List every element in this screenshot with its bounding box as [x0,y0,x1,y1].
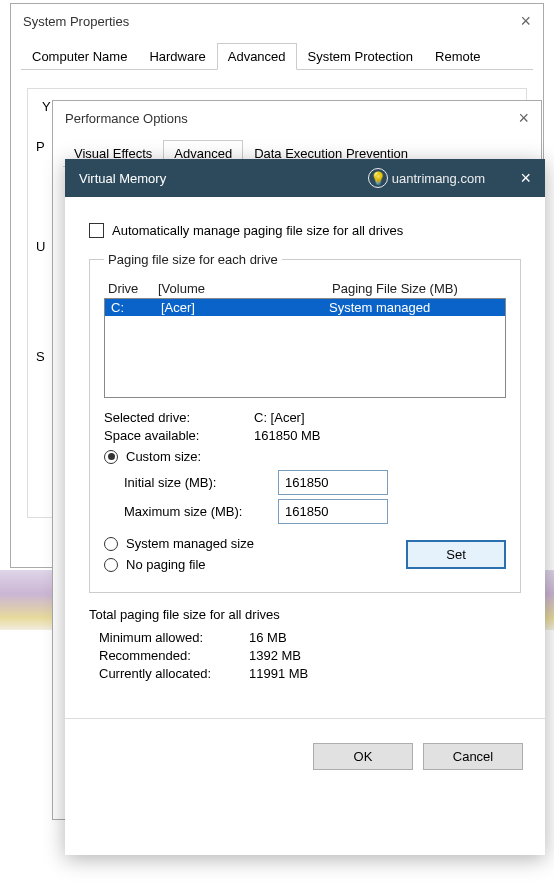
drive-letter: C: [111,300,161,315]
totals-group: Total paging file size for all drives Mi… [89,607,521,684]
col-volume: [Volume [158,281,332,296]
system-managed-option[interactable]: System managed size [104,536,254,551]
custom-size-label: Custom size: [126,449,201,464]
vmem-content: Automatically manage paging file size fo… [65,197,545,714]
initial-size-input[interactable] [278,470,388,495]
system-managed-radio[interactable] [104,537,118,551]
label-u: U [36,239,45,254]
space-label: Space available: [104,428,254,443]
initial-size-label: Initial size (MB): [124,475,264,490]
drive-group: Paging file size for each drive Drive [V… [89,252,521,593]
selected-drive-value: C: [Acer] [254,410,305,425]
ok-button[interactable]: OK [313,743,413,770]
selected-drive-row: Selected drive: C: [Acer] [104,410,506,425]
drive-volume: [Acer] [161,300,329,315]
col-size: Paging File Size (MB) [332,281,502,296]
custom-size-option[interactable]: Custom size: [104,449,506,464]
label-p: P [36,139,45,154]
drive-row[interactable]: C: [Acer] System managed [105,299,505,316]
min-value: 16 MB [249,630,287,645]
vmem-buttons: OK Cancel [65,729,545,784]
sysprops-tabs: Computer Name Hardware Advanced System P… [21,42,533,70]
tab-system-protection[interactable]: System Protection [297,43,425,70]
auto-manage-label: Automatically manage paging file size fo… [112,223,403,238]
rec-value: 1392 MB [249,648,301,663]
truncated-text: Y [42,99,51,114]
drive-group-label: Paging file size for each drive [104,252,282,267]
close-icon[interactable]: × [518,109,529,127]
sysprops-title: System Properties [23,14,129,29]
tab-advanced[interactable]: Advanced [217,43,297,70]
virtual-memory-window: Virtual Memory 💡 uantrimang.com × Automa… [65,159,545,855]
cur-label: Currently allocated: [89,666,249,681]
watermark: 💡 uantrimang.com [368,168,485,188]
cancel-button[interactable]: Cancel [423,743,523,770]
vmem-title: Virtual Memory [79,171,166,186]
vmem-titlebar: Virtual Memory 💡 uantrimang.com × [65,159,545,197]
close-icon[interactable]: × [520,169,531,187]
totals-label: Total paging file size for all drives [89,607,521,622]
max-size-input[interactable] [278,499,388,524]
no-paging-label: No paging file [126,557,206,572]
separator [65,718,545,719]
label-s: S [36,349,45,364]
max-size-row: Maximum size (MB): [124,499,506,524]
recommended-row: Recommended: 1392 MB [89,648,521,663]
rec-label: Recommended: [89,648,249,663]
custom-size-radio[interactable] [104,450,118,464]
drive-size: System managed [329,300,499,315]
drive-list[interactable]: C: [Acer] System managed [104,298,506,398]
space-value: 161850 MB [254,428,321,443]
drive-columns: Drive [Volume Paging File Size (MB) [104,279,506,298]
set-button[interactable]: Set [406,540,506,569]
min-label: Minimum allowed: [89,630,249,645]
cur-value: 11991 MB [249,666,308,681]
tab-computer-name[interactable]: Computer Name [21,43,138,70]
no-paging-option[interactable]: No paging file [104,557,254,572]
perfopts-title: Performance Options [65,111,188,126]
auto-manage-checkbox[interactable] [89,223,104,238]
col-drive: Drive [108,281,158,296]
close-icon[interactable]: × [520,12,531,30]
space-available-row: Space available: 161850 MB [104,428,506,443]
max-size-label: Maximum size (MB): [124,504,264,519]
tab-hardware[interactable]: Hardware [138,43,216,70]
currently-allocated-row: Currently allocated: 11991 MB [89,666,521,681]
sysprops-titlebar: System Properties × [11,4,543,38]
no-paging-radio[interactable] [104,558,118,572]
system-managed-label: System managed size [126,536,254,551]
tab-remote[interactable]: Remote [424,43,492,70]
initial-size-row: Initial size (MB): [124,470,506,495]
selected-drive-label: Selected drive: [104,410,254,425]
lightbulb-icon: 💡 [368,168,388,188]
auto-manage-row[interactable]: Automatically manage paging file size fo… [89,223,521,238]
min-allowed-row: Minimum allowed: 16 MB [89,630,521,645]
perfopts-titlebar: Performance Options × [53,101,541,135]
